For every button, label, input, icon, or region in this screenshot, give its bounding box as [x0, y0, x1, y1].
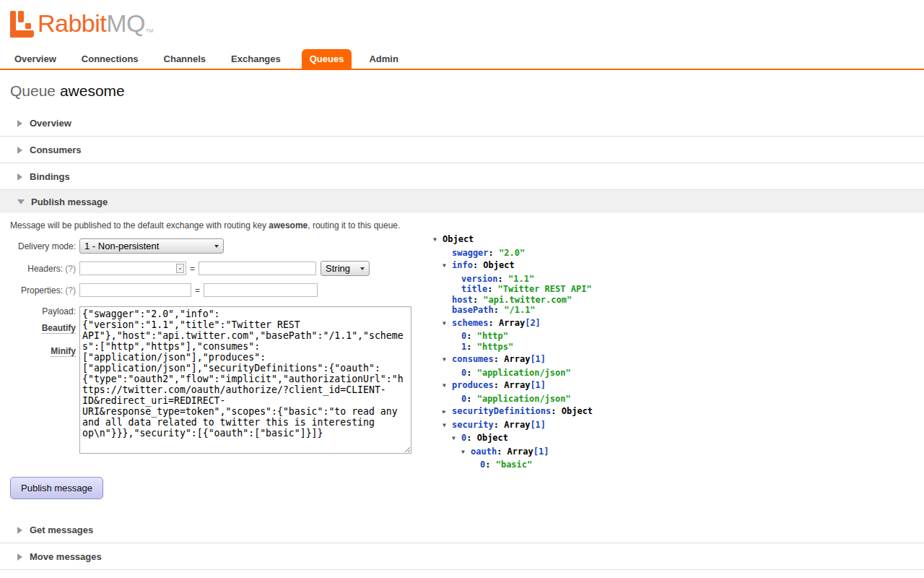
chevron-down-icon[interactable]: ▼ — [443, 261, 452, 272]
tree-key: version — [461, 274, 498, 284]
tree-key: info — [452, 260, 473, 270]
tab-exchanges[interactable]: Exchanges — [231, 49, 281, 69]
tree-line: 1: "https" — [433, 342, 924, 353]
chevron-down-icon[interactable]: ▼ — [452, 434, 461, 444]
tree-string-value: "2.0" — [499, 248, 525, 258]
tree-line[interactable]: ▼info: Object — [433, 260, 924, 272]
chevron-down-icon[interactable]: ▼ — [443, 420, 452, 431]
section-bindings[interactable]: Bindings — [0, 163, 924, 190]
tree-string-value: "application/json" — [477, 368, 571, 378]
tree-object-value: Object — [443, 234, 474, 244]
tree-line[interactable]: ▼produces: Array[1] — [433, 380, 924, 392]
payload-textarea[interactable]: {"swagger":"2.0","info": {"version":"1.1… — [79, 306, 411, 454]
tree-array-value: Array — [499, 318, 525, 328]
tree-array-count: [2] — [525, 318, 541, 328]
tree-key: produces — [452, 380, 494, 390]
logo-rabbit: Rabbit — [38, 9, 106, 37]
chevron-right-icon[interactable]: ▶ — [443, 407, 452, 418]
nav-tabs: OverviewConnectionsChannelsExchangesQueu… — [0, 49, 924, 70]
dropdown-arrow-icon — [360, 267, 365, 270]
tab-overview[interactable]: Overview — [14, 49, 56, 69]
tab-admin[interactable]: Admin — [369, 49, 398, 69]
tree-line[interactable]: ▼0: Object — [433, 433, 924, 444]
tree-array-value: Array — [507, 447, 533, 457]
chevron-down-icon[interactable]: ▼ — [443, 319, 452, 329]
chevron-right-icon — [17, 527, 22, 534]
dropdown-arrow-icon — [214, 245, 219, 248]
chevron-down-icon[interactable]: ▼ — [433, 235, 443, 246]
section-label: Overview — [30, 118, 71, 129]
tree-line: title: "Twitter REST API" — [433, 284, 924, 295]
chevron-right-icon — [17, 553, 22, 561]
properties-help-link[interactable]: (?) — [65, 285, 76, 296]
tree-line[interactable]: ▶securityDefinitions: Object — [433, 406, 924, 418]
tree-line[interactable]: ▼oauth: Array[1] — [433, 447, 924, 458]
json-tree: ▼Objectswagger: "2.0"▼info: Objectversio… — [424, 213, 924, 517]
minify-link[interactable]: Minify — [51, 346, 76, 357]
tab-channels[interactable]: Channels — [164, 49, 206, 69]
chevron-down-icon[interactable]: ▼ — [443, 355, 452, 366]
section-move-messages[interactable]: Move messages — [0, 543, 924, 570]
section-consumers[interactable]: Consumers — [0, 137, 924, 163]
tree-line: version: "1.1" — [433, 274, 924, 285]
tree-line[interactable]: ▼consumes: Array[1] — [433, 354, 924, 366]
tree-array-value: Array — [504, 380, 530, 390]
beautify-link[interactable]: Beautify — [42, 323, 76, 334]
tree-line: 0: "basic" — [433, 460, 924, 470]
autocomplete-icon: ▾ — [176, 264, 184, 273]
section-overview[interactable]: Overview — [0, 110, 924, 137]
chevron-down-icon[interactable]: ▼ — [461, 447, 471, 458]
tree-array-count: [1] — [530, 420, 546, 430]
tree-key: basePath — [452, 305, 494, 315]
headers-help-link[interactable]: (?) — [65, 264, 76, 274]
publish-message-panel: Message will be published to the default… — [0, 213, 924, 517]
tree-string-value: "1.1" — [508, 274, 534, 284]
tree-line[interactable]: ▼security: Array[1] — [433, 420, 924, 431]
chevron-right-icon — [17, 173, 22, 181]
tree-line: swagger: "2.0" — [433, 248, 924, 259]
tree-line: basePath: "/1.1" — [433, 305, 924, 316]
tree-line: 0: "application/json" — [433, 368, 924, 379]
delivery-mode-select[interactable]: 1 - Non-persistent — [79, 238, 224, 254]
tree-key: swagger — [452, 248, 489, 258]
logo-tm: TM — [146, 28, 153, 33]
tree-line[interactable]: ▼schemes: Array[2] — [433, 318, 924, 329]
section-publish-message[interactable]: Publish message — [0, 190, 924, 213]
tree-key: securityDefinitions — [452, 406, 551, 416]
section-get-messages[interactable]: Get messages — [0, 517, 924, 543]
tree-key: schemes — [452, 318, 489, 328]
chevron-right-icon — [17, 120, 22, 127]
publish-message-button[interactable]: Publish message — [10, 477, 103, 499]
tree-line[interactable]: ▼Object — [433, 234, 924, 246]
properties-value-input[interactable] — [204, 283, 318, 297]
chevron-down-icon — [17, 199, 25, 204]
tree-key: security — [452, 420, 494, 430]
section-label: Get messages — [30, 525, 93, 535]
chevron-down-icon[interactable]: ▼ — [443, 381, 452, 392]
tree-key: oauth — [471, 447, 497, 457]
headers-type-select[interactable]: String — [321, 261, 370, 276]
section-label: Move messages — [30, 551, 102, 562]
sections-top: OverviewConsumersBindings — [0, 110, 924, 190]
queue-name: awesome — [60, 82, 125, 99]
headers-label: Headers: (?) — [10, 264, 76, 274]
tree-object-value: Object — [562, 406, 593, 416]
headers-key-input[interactable] — [79, 262, 186, 275]
equals-sign: = — [190, 264, 195, 274]
tree-key: title — [461, 284, 487, 294]
tree-string-value: "api.twitter.com" — [483, 295, 572, 305]
section-label: Bindings — [30, 171, 70, 182]
equals-sign: = — [195, 285, 200, 296]
properties-key-input[interactable] — [79, 283, 191, 297]
headers-value-input[interactable] — [199, 262, 316, 275]
rabbitmq-logo[interactable]: RabbitMQ TM — [0, 0, 924, 39]
tree-string-value: "https" — [477, 342, 514, 352]
tree-key: consumes — [452, 354, 494, 364]
tab-queues[interactable]: Queues — [302, 49, 352, 69]
section-delete[interactable]: Delete — [0, 570, 924, 578]
routing-hint: Message will be published to the default… — [10, 220, 424, 230]
page-title-prefix: Queue — [10, 82, 56, 99]
tree-array-value: Array — [504, 354, 530, 364]
tab-connections[interactable]: Connections — [82, 49, 139, 69]
chevron-right-icon — [17, 147, 22, 154]
